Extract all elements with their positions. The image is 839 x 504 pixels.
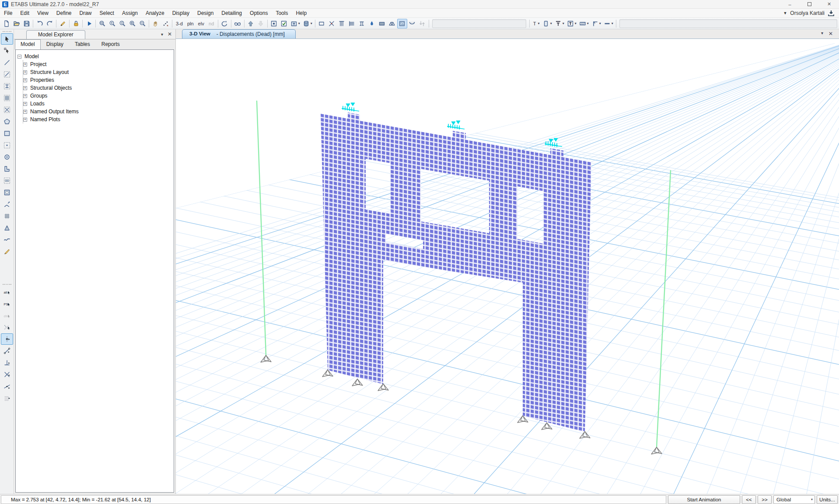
zoom-previous-button[interactable] (117, 19, 127, 28)
menu-display[interactable]: Display (168, 9, 193, 18)
release-display-button[interactable]: ▾ (590, 19, 602, 28)
draw-section-cut-button[interactable] (1, 246, 13, 257)
clear-selection-button[interactable]: clr (1, 310, 13, 321)
user-download-icon[interactable] (828, 10, 835, 17)
dropdown-caret-icon[interactable]: ▾ (612, 21, 613, 25)
snap-to-fine-grid-button[interactable] (1, 392, 13, 404)
dropdown-caret-icon[interactable]: ▾ (587, 21, 589, 25)
water-drop-loads-button[interactable] (367, 19, 377, 28)
draw-ramp-button[interactable] (1, 222, 13, 234)
dropdown-caret-icon[interactable]: ▾ (563, 21, 564, 25)
select-pointer-button[interactable] (1, 33, 13, 45)
tree-expander-structure-layout[interactable]: + (23, 70, 27, 74)
deselect-lines-button[interactable] (1, 322, 13, 333)
explorer-tab-display[interactable]: Display (41, 39, 69, 49)
object-shade-button[interactable]: ▾ (301, 19, 314, 28)
units-button[interactable]: Units... (817, 495, 838, 504)
dropdown-caret-icon[interactable]: ▾ (599, 21, 601, 25)
tree-expander-project[interactable]: + (23, 63, 27, 66)
menu-detailing[interactable]: Detailing (217, 9, 246, 18)
shaded-view-button[interactable] (397, 19, 407, 28)
snap-to-points-button[interactable] (1, 333, 13, 345)
tree-expander-named-plots[interactable]: + (23, 118, 27, 122)
plan-view-up-button[interactable]: ▾ (289, 19, 301, 28)
menu-define[interactable]: Define (52, 9, 76, 18)
quick-draw-point-area-button[interactable] (1, 151, 13, 163)
explorer-tab-reports[interactable]: Reports (96, 39, 126, 49)
draw-wall-button[interactable] (1, 163, 13, 175)
draw-grid-button[interactable] (1, 210, 13, 222)
dropdown-caret-icon[interactable]: ▾ (575, 21, 577, 25)
elevation-views-button[interactable] (337, 19, 347, 28)
tree-item-properties[interactable]: Properties (29, 77, 55, 83)
tree-item-named-plots[interactable]: Named Plots (29, 116, 61, 122)
menu-select[interactable]: Select (96, 9, 118, 18)
move-down-in-list-button[interactable] (256, 19, 266, 28)
zoom-in-button[interactable] (127, 19, 137, 28)
menu-edit[interactable]: Edit (16, 9, 33, 18)
quick-draw-area-button[interactable] (1, 140, 13, 151)
menu-tools[interactable]: Tools (272, 9, 292, 18)
coord-system-select[interactable]: Global ▾ (773, 495, 815, 504)
pan-button[interactable] (150, 19, 161, 28)
truss-objects-button[interactable] (387, 19, 397, 28)
view-elevation-button[interactable]: elv (196, 19, 206, 28)
quick-draw-secondary-beams-button[interactable] (1, 92, 13, 104)
draw-spandrel-button[interactable] (1, 234, 13, 245)
perspective-toggle-button[interactable] (161, 19, 171, 28)
view-named-button[interactable]: nd (206, 19, 217, 28)
next-step-button[interactable]: >> (758, 495, 772, 504)
dropdown-caret-icon[interactable]: ▾ (538, 21, 540, 25)
menu-view[interactable]: View (33, 9, 52, 18)
tree-expander-model[interactable]: − (17, 55, 21, 59)
deformed-shape-button[interactable] (407, 19, 417, 28)
shrink-objects-button[interactable] (269, 19, 279, 28)
zoom-all-button[interactable] (107, 19, 117, 28)
menu-analyze[interactable]: Analyze (142, 9, 168, 18)
line-type-display-button[interactable]: ▾ (602, 19, 615, 28)
panel-close-icon[interactable]: ✕ (168, 31, 172, 37)
set-display-options-button[interactable] (233, 19, 243, 28)
hatch-display-button[interactable]: ▾ (578, 19, 590, 28)
tree-item-model[interactable]: Model (24, 53, 40, 60)
draw-rect-area-button[interactable] (1, 128, 13, 139)
tree-item-structural-objects[interactable]: Structural Objects (29, 85, 73, 91)
menu-draw[interactable]: Draw (76, 9, 96, 18)
toolbar-grip[interactable] (3, 284, 11, 285)
dropdown-caret-icon[interactable]: ▾ (298, 21, 300, 25)
explorer-tab-model[interactable]: Model (15, 39, 41, 50)
top-text-labels-button[interactable]: ▾ (553, 19, 566, 28)
snap-to-intersections-button[interactable] (1, 369, 13, 380)
tree-item-project[interactable]: Project (29, 61, 47, 67)
run-analysis-button[interactable] (84, 19, 94, 28)
close-button[interactable]: ✕ (819, 0, 839, 8)
edit-pencil-button[interactable] (58, 19, 68, 28)
panel-menu-icon[interactable]: ▾ (161, 32, 163, 37)
zoom-window-button[interactable] (97, 19, 107, 28)
start-animation-button[interactable]: Start Animation (668, 495, 740, 504)
quick-draw-wall-button[interactable] (1, 175, 13, 186)
undo-button[interactable] (35, 19, 45, 28)
viewport-canvas[interactable] (176, 39, 839, 494)
wall-sections-button[interactable] (377, 19, 387, 28)
move-up-in-list-button[interactable] (246, 19, 256, 28)
frame-sections-button[interactable] (357, 19, 367, 28)
maximize-button[interactable] (800, 0, 819, 8)
save-model-button[interactable] (21, 19, 31, 28)
prev-step-button[interactable]: << (742, 495, 756, 504)
minimize-button[interactable]: – (780, 0, 800, 8)
open-file-button[interactable] (11, 19, 21, 28)
view-tab-3d[interactable]: 3-D View - Displacements (Dead) [mm] (182, 29, 296, 38)
tree-item-loads[interactable]: Loads (29, 101, 45, 107)
menu-assign[interactable]: Assign (118, 9, 142, 18)
snap-to-ends-button[interactable] (1, 345, 13, 357)
draw-frame-button[interactable] (1, 57, 13, 68)
frame-labels-button[interactable]: ▾ (541, 19, 553, 28)
animate-arrows-button[interactable] (417, 19, 427, 28)
show-axes-button[interactable] (327, 19, 337, 28)
boxed-text-labels-button[interactable]: ▾ (566, 19, 578, 28)
new-model-button[interactable] (1, 19, 11, 28)
tree-item-named-output-items[interactable]: Named Output Items (29, 108, 80, 115)
tree-expander-named-output-items[interactable]: + (23, 110, 27, 114)
draw-poly-area-button[interactable] (1, 116, 13, 127)
